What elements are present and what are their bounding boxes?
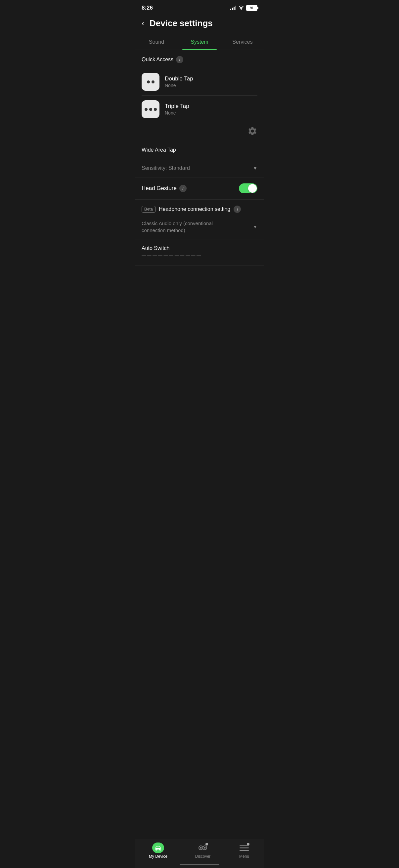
signal-bars-icon xyxy=(230,6,236,10)
wifi-icon xyxy=(238,6,244,10)
auto-switch-subtitle: — — — — — — — — — — — xyxy=(142,253,257,259)
headphone-header: Beta Headphone connection setting i xyxy=(142,206,257,213)
head-gesture-info-icon[interactable]: i xyxy=(179,185,187,192)
double-tap-info: Double Tap None xyxy=(165,75,257,88)
tab-sound[interactable]: Sound xyxy=(135,34,178,50)
head-gesture-label: Head Gesture xyxy=(142,185,177,192)
status-icons: 91 xyxy=(230,5,257,11)
double-tap-icon xyxy=(142,73,160,91)
header: ‹ Device settings xyxy=(135,14,264,34)
sensitivity-dropdown[interactable]: Sensitivity: Standard ▼ xyxy=(135,159,264,178)
status-time: 8:26 xyxy=(142,5,153,11)
battery-icon: 91 xyxy=(246,5,257,11)
quick-access-section: Quick Access i Double Tap None xyxy=(135,50,264,141)
tab-system[interactable]: System xyxy=(178,34,221,50)
status-bar: 8:26 91 xyxy=(135,0,264,14)
head-gesture-toggle[interactable] xyxy=(239,183,257,193)
wide-area-tap-title: Wide Area Tap xyxy=(142,147,257,153)
gear-row xyxy=(142,123,257,141)
chevron-down-icon: ▼ xyxy=(253,165,257,171)
headphone-info-icon[interactable]: i xyxy=(234,206,241,213)
double-tap-item[interactable]: Double Tap None xyxy=(142,68,257,95)
headphone-connection-section: Beta Headphone connection setting i Clas… xyxy=(135,199,264,239)
sensitivity-label: Sensitivity: Standard xyxy=(142,165,190,171)
tap-dot-3 xyxy=(144,108,147,111)
gear-icon[interactable] xyxy=(247,126,257,136)
triple-tap-item[interactable]: Triple Tap None xyxy=(142,95,257,123)
beta-badge: Beta xyxy=(142,206,156,213)
quick-access-header: Quick Access i xyxy=(142,56,257,63)
quick-access-info-icon[interactable]: i xyxy=(176,56,183,63)
triple-tap-icon xyxy=(142,100,160,118)
back-button[interactable]: ‹ xyxy=(140,17,145,29)
battery-level: 91 xyxy=(250,6,254,10)
content: Quick Access i Double Tap None xyxy=(135,50,264,266)
tap-dot-2 xyxy=(152,81,155,84)
quick-access-title: Quick Access xyxy=(142,57,173,63)
headphone-chevron-icon: ▼ xyxy=(253,224,257,229)
double-tap-value: None xyxy=(165,83,257,88)
tap-dot-4 xyxy=(149,108,152,111)
headphone-dropdown[interactable]: Classic Audio only (conventional connect… xyxy=(142,217,257,235)
triple-tap-value: None xyxy=(165,110,257,116)
head-gesture-left: Head Gesture i xyxy=(142,185,187,192)
wide-area-tap-section: Wide Area Tap xyxy=(135,141,264,159)
page-title: Device settings xyxy=(149,18,213,28)
double-tap-name: Double Tap xyxy=(165,75,257,82)
headphone-title: Headphone connection setting xyxy=(159,206,230,212)
tap-dot-1 xyxy=(147,81,150,84)
tabs: Sound System Services xyxy=(135,34,264,50)
tab-services[interactable]: Services xyxy=(221,34,264,50)
headphone-value: Classic Audio only (conventional connect… xyxy=(142,220,234,234)
toggle-knob xyxy=(248,184,257,193)
triple-tap-name: Triple Tap xyxy=(165,103,257,110)
triple-tap-info: Triple Tap None xyxy=(165,103,257,116)
auto-switch-section: Auto Switch — — — — — — — — — — — xyxy=(135,239,264,266)
auto-switch-title: Auto Switch xyxy=(142,245,257,251)
tap-dot-5 xyxy=(154,108,157,111)
head-gesture-row: Head Gesture i xyxy=(135,178,264,199)
